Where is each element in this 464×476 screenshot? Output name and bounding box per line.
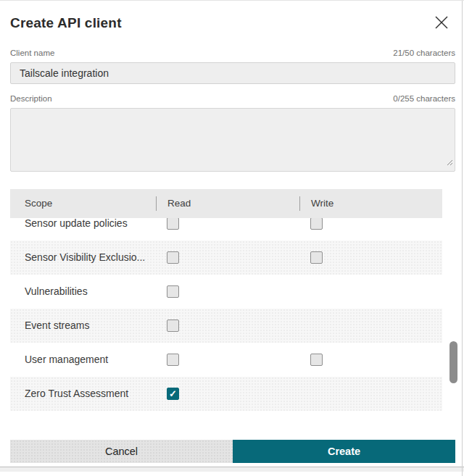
column-separator <box>156 196 157 211</box>
client-name-counter: 21/50 characters <box>393 49 455 57</box>
page-background-strip <box>0 467 464 472</box>
client-name-input[interactable] <box>10 62 455 84</box>
create-button[interactable]: Create <box>233 440 455 463</box>
scopes-rows: Sensor update policiesSensor Visibility … <box>10 218 455 411</box>
description-counter: 0/255 characters <box>393 94 455 103</box>
scope-row: Vulnerabilities <box>10 275 442 309</box>
dialog-footer: Cancel Create <box>10 440 455 463</box>
scope-row-label: User management <box>25 354 108 365</box>
scope-row: Sensor update policies <box>10 218 442 241</box>
dialog-header: Create API client <box>0 1 464 38</box>
write-checkbox[interactable] <box>310 251 323 264</box>
scope-row: Event streams <box>10 309 442 343</box>
scope-row-label: Sensor Visibility Exclusio... <box>25 251 145 263</box>
write-checkbox[interactable] <box>310 218 323 230</box>
description-label: Description <box>10 94 52 103</box>
close-icon <box>433 22 450 33</box>
close-button[interactable] <box>432 14 451 33</box>
scrollbar-thumb[interactable] <box>450 341 457 383</box>
page-edge-divider <box>462 1 463 476</box>
client-name-group: Client name 21/50 characters <box>10 49 455 84</box>
scope-row-label: Vulnerabilities <box>25 285 88 297</box>
scope-row-label: Event streams <box>25 320 89 331</box>
scopes-table-header: Scope Read Write <box>10 189 442 218</box>
read-checkbox[interactable] <box>167 218 179 230</box>
column-header-write: Write <box>311 198 334 209</box>
scope-row: Zero Trust Assessment <box>10 377 442 411</box>
scope-row: Sensor Visibility Exclusio... <box>10 241 442 275</box>
read-checkbox[interactable] <box>167 251 179 264</box>
read-checkbox[interactable] <box>167 285 179 298</box>
dialog-title: Create API client <box>10 15 454 31</box>
column-header-scope: Scope <box>25 198 52 209</box>
scopes-scroll-viewport[interactable]: Sensor update policiesSensor Visibility … <box>10 218 455 418</box>
description-textarea[interactable] <box>10 108 455 172</box>
create-api-client-dialog: Create API client Client name 21/50 char… <box>0 1 464 472</box>
column-separator <box>299 196 300 211</box>
scope-row-label: Sensor update policies <box>25 218 128 229</box>
scope-row-label: Zero Trust Assessment <box>25 388 128 399</box>
description-group: Description 0/255 characters <box>10 94 455 172</box>
write-checkbox[interactable] <box>310 354 323 366</box>
scopes-table: Scope Read Write Sensor update policiesS… <box>10 189 455 418</box>
scope-row: User management <box>10 343 442 377</box>
read-checkbox[interactable] <box>167 320 179 332</box>
column-header-read: Read <box>167 198 191 209</box>
read-checkbox[interactable] <box>167 388 179 400</box>
read-checkbox[interactable] <box>167 354 179 366</box>
cancel-button[interactable]: Cancel <box>10 440 233 463</box>
client-name-label: Client name <box>10 49 54 57</box>
